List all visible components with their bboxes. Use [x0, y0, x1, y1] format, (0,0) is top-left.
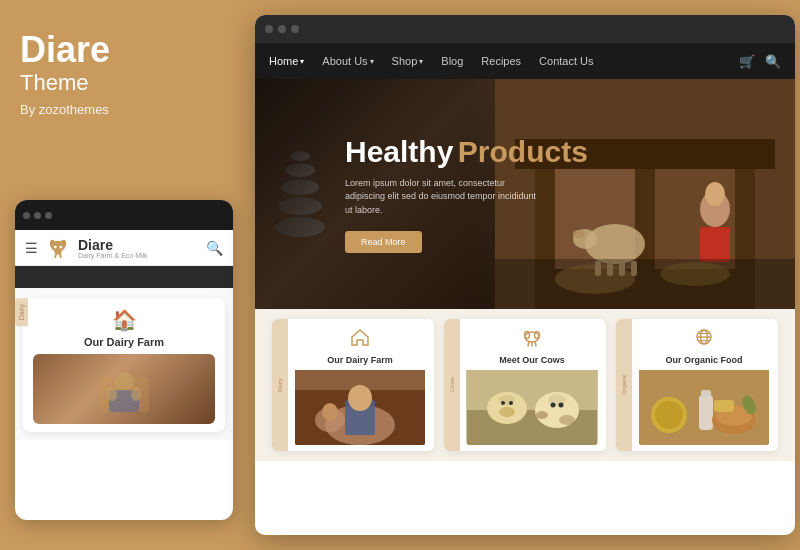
mobile-dot-2: [34, 212, 41, 219]
hamburger-icon[interactable]: ☰: [25, 240, 38, 256]
card-inner-dairy: Our Dairy Farm: [272, 319, 434, 451]
card-label-text-organic: Organic: [621, 374, 627, 395]
mobile-card-title: Our Dairy Farm: [33, 336, 215, 348]
card-label-cows: Cows: [444, 319, 460, 451]
card-image-dairy: [294, 370, 426, 445]
nav-item-about[interactable]: About Us ▾: [322, 55, 373, 67]
hero-read-more-button[interactable]: Read More: [345, 231, 422, 253]
svg-rect-28: [495, 259, 795, 309]
desktop-hero: Healthy Products Lorem ipsum dolor sit a…: [255, 79, 795, 309]
card-image-cows: [466, 370, 598, 445]
svg-point-34: [348, 385, 372, 411]
mobile-top-bar: [15, 200, 233, 230]
mobile-logo: [44, 237, 72, 259]
svg-point-35: [322, 403, 338, 421]
svg-point-20: [705, 182, 725, 206]
svg-line-41: [535, 342, 536, 346]
card-label-text-dairy: Dairy: [277, 378, 283, 392]
svg-point-54: [559, 415, 575, 425]
nav-item-contact[interactable]: Contact Us: [539, 55, 593, 67]
mobile-dot-3: [45, 212, 52, 219]
svg-rect-69: [639, 370, 769, 445]
mobile-brand-name: Diare: [78, 237, 113, 253]
svg-point-9: [107, 387, 117, 401]
by-text: By zozothemes: [20, 102, 110, 117]
svg-point-36: [525, 332, 539, 342]
mobile-header-left: ☰ Diare Dairy Farm & Eco Milk: [25, 236, 148, 259]
mobile-cards-area: Dairy 🏠 Our Dairy Farm: [15, 288, 233, 440]
hero-title-white: Healthy: [345, 135, 453, 168]
card-title-dairy: Our Dairy Farm: [294, 355, 426, 365]
desktop-dot-2: [278, 25, 286, 33]
nav-item-recipes[interactable]: Recipes: [481, 55, 521, 67]
svg-point-3: [54, 245, 57, 248]
svg-point-53: [536, 411, 548, 419]
hero-description: Lorem ipsum dolor sit amet, consectetur …: [345, 177, 545, 218]
svg-point-37: [525, 332, 530, 339]
left-panel: Diare Theme By zozothemes: [20, 30, 110, 117]
svg-point-52: [559, 403, 564, 408]
desktop-nav: Home ▾ About Us ▾ Shop ▾ Blog Recipes Co…: [255, 43, 795, 79]
desktop-card-cows: Cows Meet Our Cows: [444, 319, 606, 451]
mobile-brand-tagline: Dairy Farm & Eco Milk: [78, 252, 148, 259]
cart-icon[interactable]: 🛒: [739, 54, 755, 69]
svg-point-4: [59, 245, 62, 248]
desktop-card-dairy: Dairy Our Dairy Farm: [272, 319, 434, 451]
globe-icon: [638, 327, 770, 352]
mobile-search-icon[interactable]: 🔍: [206, 240, 223, 256]
mobile-mockup: ☰ Diare Dairy Farm & Eco Milk 🔍 Dairy 🏠 …: [15, 200, 233, 520]
svg-point-38: [535, 332, 540, 339]
svg-point-2: [61, 239, 67, 246]
brand-title: Diare: [20, 30, 110, 70]
nav-icons: 🛒 🔍: [739, 54, 781, 69]
svg-line-39: [528, 342, 529, 346]
card-inner-cows: Meet Our Cows: [444, 319, 606, 451]
svg-point-48: [499, 407, 515, 417]
nav-item-shop[interactable]: Shop ▾: [392, 55, 424, 67]
brand-subtitle: Theme: [20, 70, 110, 96]
svg-point-1: [50, 239, 56, 246]
nav-item-blog[interactable]: Blog: [441, 55, 463, 67]
mobile-brand-info: Diare Dairy Farm & Eco Milk: [78, 236, 148, 259]
svg-point-47: [509, 401, 513, 405]
svg-point-7: [114, 372, 134, 392]
card-title-cows: Meet Our Cows: [466, 355, 598, 365]
cow-icon: [466, 327, 598, 352]
desktop-card-organic: Organic Our Organic Food: [616, 319, 778, 451]
mobile-card-image: [33, 354, 215, 424]
card-label-dairy: Dairy: [272, 319, 288, 451]
mobile-card-side-label: Dairy: [15, 298, 28, 326]
hero-content: Healthy Products Lorem ipsum dolor sit a…: [255, 135, 608, 254]
desktop-dot-1: [265, 25, 273, 33]
desktop-dot-3: [291, 25, 299, 33]
svg-point-46: [501, 401, 505, 405]
mobile-dot-1: [23, 212, 30, 219]
nav-item-home[interactable]: Home ▾: [269, 55, 304, 67]
card-image-organic: [638, 370, 770, 445]
card-title-organic: Our Organic Food: [638, 355, 770, 365]
card-label-organic: Organic: [616, 319, 632, 451]
search-icon[interactable]: 🔍: [765, 54, 781, 69]
hero-title: Healthy Products: [345, 135, 588, 169]
svg-rect-19: [700, 227, 730, 262]
svg-point-51: [551, 403, 556, 408]
hero-title-gold: Products: [458, 135, 588, 168]
desktop-mockup: Home ▾ About Us ▾ Shop ▾ Blog Recipes Co…: [255, 15, 795, 535]
mobile-card: 🏠 Our Dairy Farm: [23, 298, 225, 432]
mobile-header: ☰ Diare Dairy Farm & Eco Milk 🔍: [15, 230, 233, 266]
farmer-placeholder: [33, 354, 215, 424]
home-icon: [294, 327, 426, 352]
desktop-cards-section: Dairy Our Dairy Farm: [255, 309, 795, 461]
mobile-hero-strip: [15, 266, 233, 288]
card-label-text-cows: Cows: [449, 377, 455, 392]
card-inner-organic: Our Organic Food: [616, 319, 778, 451]
svg-point-10: [131, 387, 141, 401]
mobile-card-icon: 🏠: [33, 308, 215, 332]
desktop-top-bar: [255, 15, 795, 43]
